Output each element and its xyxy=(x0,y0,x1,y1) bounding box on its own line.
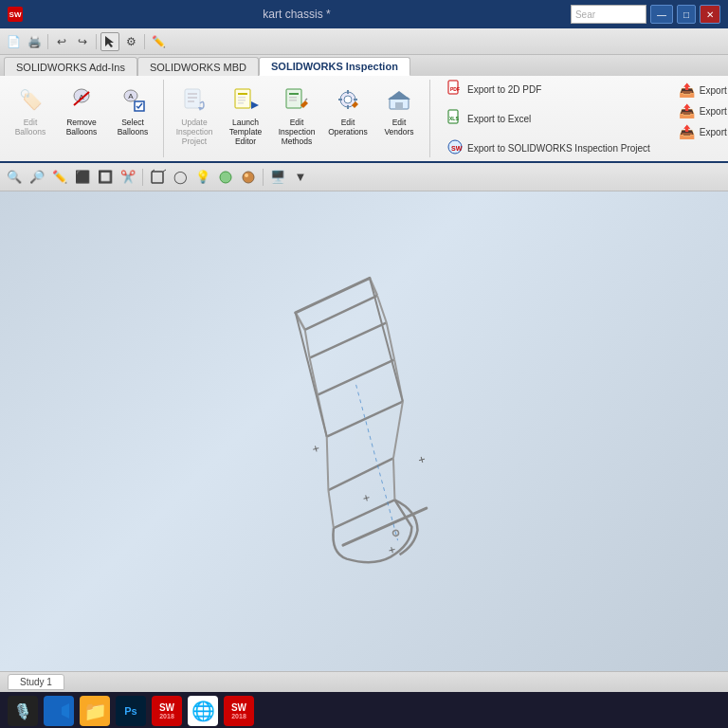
trim-btn[interactable]: ✂️ xyxy=(118,167,138,188)
svg-text:+: + xyxy=(311,441,321,455)
print-btn[interactable]: 🖨️ xyxy=(25,32,44,51)
options-btn[interactable]: ⚙ xyxy=(121,32,140,51)
minimize-btn[interactable]: — xyxy=(650,5,673,24)
export-right1-icon: 📤 xyxy=(679,82,696,98)
update-inspection-btn[interactable]: UpdateInspectionProject xyxy=(170,80,219,150)
svg-line-53 xyxy=(308,357,319,394)
svg-rect-38 xyxy=(152,172,163,183)
ribbon-tabs: SOLIDWORKS Add-Ins SOLIDWORKS MBD SOLIDW… xyxy=(0,55,728,76)
tab-addins[interactable]: SOLIDWORKS Add-Ins xyxy=(4,57,137,76)
taskbar-video[interactable] xyxy=(44,696,74,726)
svg-rect-12 xyxy=(235,89,250,108)
inspection-group-items: UpdateInspectionProject LaunchTemp xyxy=(170,80,424,157)
svg-text:PDF: PDF xyxy=(450,86,460,92)
svg-rect-20 xyxy=(289,97,297,99)
taskbar-sw2018a[interactable]: SW 2018 xyxy=(152,696,182,726)
zoom-window-btn[interactable]: 🔎 xyxy=(27,167,47,188)
select-balloons-btn[interactable]: A SelectBalloons xyxy=(108,80,157,140)
taskbar: 🎙️ 📁 Ps SW 2018 🌐 SW 2018 xyxy=(0,692,728,728)
ambient-btn[interactable] xyxy=(215,167,236,188)
taskbar-photoshop[interactable]: Ps xyxy=(116,696,146,726)
taskbar-folder[interactable]: 📁 xyxy=(80,696,110,726)
edit-methods-label: EditInspectionMethods xyxy=(279,118,316,147)
svg-line-22 xyxy=(305,99,307,100)
ribbon-content: 🏷️ EditBalloons A RemoveBalloons xyxy=(0,76,728,161)
svg-point-42 xyxy=(243,172,254,183)
tab-inspection[interactable]: SOLIDWORKS Inspection xyxy=(259,57,410,76)
edit-methods-btn[interactable]: EditInspectionMethods xyxy=(272,80,321,150)
svg-point-41 xyxy=(220,172,231,183)
launch-template-btn[interactable]: LaunchTemplateEditor xyxy=(221,80,270,150)
export-right1-btn[interactable]: 📤 Export xyxy=(672,80,728,100)
study-tab[interactable]: Study 1 xyxy=(8,674,64,690)
display-btn[interactable]: 🖥️ xyxy=(267,167,288,188)
svg-rect-8 xyxy=(188,93,197,95)
export-excel-btn[interactable]: XLS Export to Excel xyxy=(440,106,657,132)
title-bar: SW kart chassis * Sear — □ ✕ xyxy=(0,0,728,28)
svg-rect-25 xyxy=(347,90,349,94)
edit-operations-btn[interactable]: EditOperations xyxy=(323,80,373,140)
export-right3-label: Export xyxy=(700,127,727,137)
export-excel-icon: XLS xyxy=(446,109,464,129)
export-right3-icon: 📤 xyxy=(679,124,696,139)
close-btn[interactable]: ✕ xyxy=(700,5,720,24)
perspective-btn[interactable]: ◯ xyxy=(170,167,191,188)
svg-line-40 xyxy=(163,170,166,172)
taskbar-mic[interactable]: 🎙️ xyxy=(8,696,38,726)
brush-btn[interactable]: ✏️ xyxy=(149,32,168,51)
appearance-btn[interactable] xyxy=(238,167,259,188)
svg-line-52 xyxy=(314,359,398,394)
taskbar-chrome[interactable]: 🌐 xyxy=(188,696,218,726)
taskbar-sw2018b[interactable]: SW 2018 xyxy=(224,696,254,726)
svg-rect-14 xyxy=(238,97,246,99)
cursor-tool[interactable] xyxy=(100,32,119,51)
balloons-group-items: 🏷️ EditBalloons A RemoveBalloons xyxy=(6,80,157,157)
svg-point-24 xyxy=(344,96,352,103)
select-btn[interactable]: 🔲 xyxy=(95,167,116,188)
canvas-viewport[interactable]: + + + + xyxy=(0,191,728,671)
rectangle-btn[interactable]: ⬛ xyxy=(72,167,93,188)
svg-line-62 xyxy=(324,490,338,528)
export-excel-label: Export to Excel xyxy=(467,114,531,124)
redo-btn[interactable]: ↪ xyxy=(73,32,92,51)
svg-rect-26 xyxy=(347,105,349,109)
svg-point-43 xyxy=(245,173,248,177)
svg-text:XLS: XLS xyxy=(449,116,459,121)
title-bar-right: Sear — □ ✕ xyxy=(571,5,720,24)
edit-vendors-btn[interactable]: EditVendors xyxy=(374,80,424,140)
export-ribbon-group: PDF Export to 2D PDF XLS Export to Excel… xyxy=(430,80,666,157)
balloons-ribbon-group: 🏷️ EditBalloons A RemoveBalloons xyxy=(0,80,164,157)
inspection-ribbon-group: UpdateInspectionProject LaunchTemp xyxy=(164,80,430,157)
more-btn[interactable]: ▼ xyxy=(290,167,311,188)
svg-rect-21 xyxy=(289,100,297,101)
search-placeholder: Sear xyxy=(575,9,595,20)
zoom-extents-btn[interactable]: 🔍 xyxy=(4,167,25,188)
update-inspection-label: UpdateInspectionProject xyxy=(176,118,213,147)
export-sw-icon: SW xyxy=(446,138,464,158)
undo-btn[interactable]: ↩ xyxy=(52,32,71,51)
sketch-btn[interactable]: ✏️ xyxy=(49,167,70,188)
search-box[interactable]: Sear xyxy=(571,5,646,24)
svg-rect-31 xyxy=(395,102,403,109)
new-btn[interactable]: 📄 xyxy=(4,32,23,51)
export-right2-icon: 📤 xyxy=(679,103,696,118)
svg-text:+: + xyxy=(361,490,372,504)
svg-marker-73 xyxy=(62,703,69,719)
chassis-model: + + + + xyxy=(224,248,503,595)
view3d-btn[interactable] xyxy=(147,167,168,188)
tab-mbd[interactable]: SOLIDWORKS MBD xyxy=(137,57,259,76)
export-right2-btn[interactable]: 📤 Export xyxy=(672,100,728,121)
document-title: kart chassis * xyxy=(263,8,330,21)
svg-rect-13 xyxy=(238,93,247,95)
remove-balloons-icon: A xyxy=(66,84,97,115)
export-icons-items: 📤 Export 📤 Export 📤 Export xyxy=(672,80,728,157)
app-icon: SW xyxy=(8,7,23,22)
light-btn[interactable]: 💡 xyxy=(192,167,213,188)
export-right3-btn[interactable]: 📤 Export xyxy=(672,121,728,142)
export-sw-btn[interactable]: SW Export to SOLIDWORKS Inspection Proje… xyxy=(440,136,657,161)
maximize-btn[interactable]: □ xyxy=(677,5,696,24)
edit-balloons-btn[interactable]: 🏷️ EditBalloons xyxy=(6,80,55,140)
export-2dpdf-btn[interactable]: PDF Export to 2D PDF xyxy=(440,77,657,102)
remove-balloons-btn[interactable]: A RemoveBalloons xyxy=(57,80,106,140)
svg-rect-9 xyxy=(188,97,197,99)
